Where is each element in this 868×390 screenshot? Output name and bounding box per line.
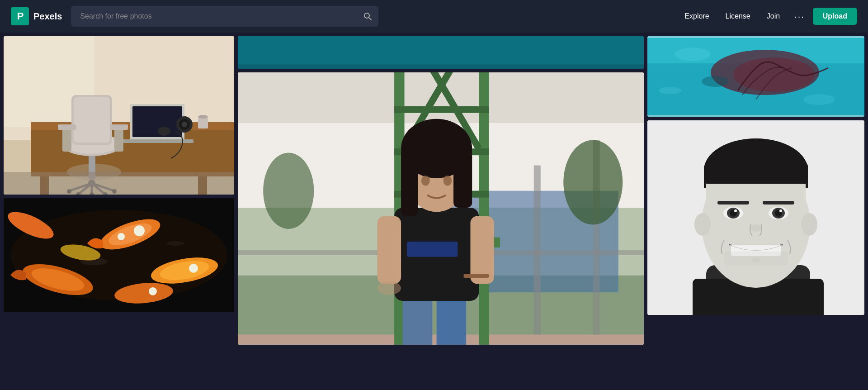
photo-koi-fish[interactable] (4, 198, 234, 312)
pexels-logo-icon: P (11, 7, 29, 25)
photo-smiling-man[interactable] (647, 120, 864, 315)
pexels-logo-text: Pexels (33, 11, 62, 22)
svg-rect-131 (763, 201, 794, 205)
office-chair-image (4, 36, 234, 195)
svg-point-101 (443, 176, 452, 185)
svg-point-44 (134, 225, 145, 236)
svg-point-14 (182, 122, 187, 127)
upload-button[interactable]: Upload (813, 8, 857, 25)
svg-point-17 (158, 127, 170, 136)
photo-office-chair[interactable] (4, 36, 234, 195)
main-content (0, 33, 868, 348)
search-input[interactable] (71, 6, 378, 27)
svg-point-16 (198, 115, 208, 119)
svg-rect-95 (464, 274, 489, 278)
svg-point-113 (675, 48, 711, 61)
svg-rect-102 (407, 242, 458, 257)
svg-rect-22 (74, 97, 110, 143)
svg-rect-99 (453, 148, 472, 208)
svg-rect-75 (394, 106, 489, 113)
svg-line-1 (369, 18, 372, 20)
man-portrait-image (647, 120, 864, 315)
nav-join[interactable]: Join (760, 9, 786, 24)
svg-point-140 (750, 224, 761, 232)
photo-col-3 (647, 36, 864, 345)
svg-point-53 (149, 287, 157, 295)
svg-point-138 (734, 209, 737, 212)
svg-rect-23 (62, 127, 71, 152)
nav-license[interactable]: License (719, 9, 757, 24)
svg-rect-10 (132, 106, 182, 137)
svg-point-139 (779, 209, 782, 212)
svg-rect-116 (647, 36, 864, 38)
svg-rect-39 (4, 172, 234, 195)
svg-rect-60 (238, 64, 644, 69)
svg-point-105 (563, 140, 623, 224)
search-submit-button[interactable] (363, 12, 372, 21)
svg-point-126 (801, 213, 817, 236)
teal-partial-image (238, 36, 644, 69)
photo-woman-sitting[interactable] (238, 72, 644, 345)
pool-image (647, 36, 864, 117)
svg-point-125 (694, 213, 711, 236)
svg-point-45 (118, 233, 125, 240)
svg-point-94 (377, 281, 401, 295)
svg-point-115 (659, 87, 681, 94)
svg-rect-117 (647, 115, 864, 117)
photo-col-1 (4, 36, 234, 345)
svg-rect-72 (479, 72, 489, 345)
svg-point-114 (803, 94, 835, 105)
svg-point-106 (263, 153, 314, 229)
nav-more-button[interactable]: ··· (790, 8, 809, 25)
woman-sitting-image (238, 72, 644, 345)
site-header: P Pexels Explore License Join ··· Upload (0, 0, 868, 33)
svg-rect-98 (401, 148, 418, 216)
svg-rect-129 (706, 184, 806, 202)
photo-teal-partial[interactable] (238, 36, 644, 69)
svg-point-55 (166, 241, 184, 246)
search-bar (71, 6, 378, 27)
logo-area[interactable]: P Pexels (11, 7, 62, 25)
svg-rect-59 (238, 36, 644, 69)
nav-links: Explore License Join ··· Upload (678, 8, 857, 25)
svg-rect-143 (724, 252, 788, 265)
photo-pool[interactable] (647, 36, 864, 117)
photo-col-2 (238, 36, 644, 345)
svg-rect-130 (717, 201, 749, 205)
koi-fish-image (4, 198, 234, 312)
search-icon (363, 12, 372, 21)
svg-rect-26 (110, 124, 128, 130)
svg-point-118 (702, 76, 729, 87)
svg-rect-92 (377, 216, 401, 284)
nav-explore[interactable]: Explore (678, 9, 715, 24)
photo-grid (0, 33, 868, 348)
svg-point-50 (189, 264, 198, 273)
svg-rect-103 (534, 166, 541, 335)
svg-point-100 (421, 176, 430, 185)
svg-rect-24 (114, 127, 123, 152)
svg-rect-25 (58, 124, 76, 130)
